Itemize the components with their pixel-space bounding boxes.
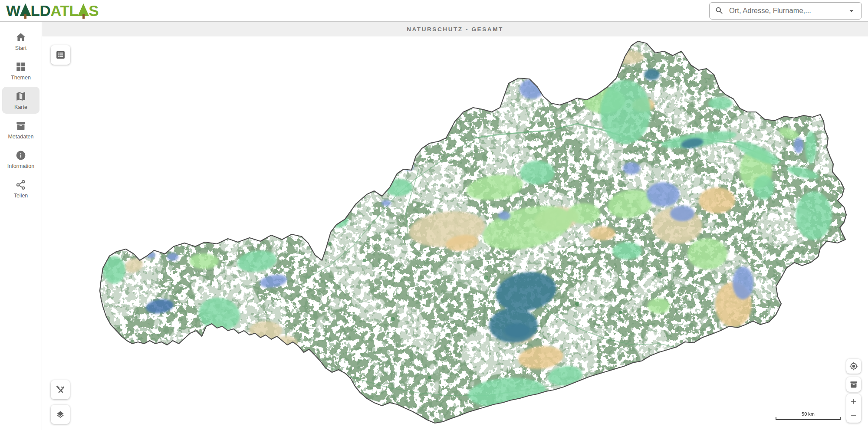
search-box[interactable] bbox=[709, 2, 862, 20]
logo-text-segment: S bbox=[89, 3, 99, 18]
dropdown-caret-icon[interactable] bbox=[847, 6, 856, 16]
map-title: NATURSCHUTZ - GESAMT bbox=[407, 26, 503, 33]
minus-icon bbox=[849, 411, 858, 420]
logo-text-segment: ATL bbox=[50, 3, 78, 18]
sidebar-item-themen[interactable]: Themen bbox=[2, 57, 39, 84]
sidebar-item-label: Metadaten bbox=[8, 134, 33, 140]
map-title-bar: NATURSCHUTZ - GESAMT bbox=[42, 22, 868, 36]
austria-map-graphic bbox=[42, 36, 868, 430]
logo-text-segment: W bbox=[6, 3, 20, 18]
sidebar-item-teilen[interactable]: Teilen bbox=[2, 175, 39, 202]
home-icon bbox=[15, 32, 26, 43]
tree-a-icon bbox=[78, 3, 89, 16]
sidebar-item-label: Start bbox=[15, 45, 26, 51]
scale-bar: 50 km bbox=[776, 412, 841, 420]
waldatlas-app: W LD ATL S Start bbox=[0, 0, 868, 430]
zoom-control bbox=[846, 394, 861, 423]
metadata-archive-icon bbox=[15, 120, 26, 131]
default-extent-button[interactable] bbox=[846, 377, 861, 392]
app-logo: W LD ATL S bbox=[6, 3, 99, 18]
info-icon bbox=[15, 150, 26, 161]
search-input[interactable] bbox=[728, 6, 842, 15]
themes-grid-icon bbox=[15, 61, 26, 72]
sidebar-item-label: Karte bbox=[14, 104, 27, 110]
tools-icon bbox=[55, 384, 66, 395]
locate-button[interactable] bbox=[846, 359, 861, 374]
search-icon bbox=[715, 6, 724, 15]
tools-button[interactable] bbox=[51, 380, 70, 399]
zoom-in-button[interactable] bbox=[846, 394, 861, 408]
zoom-out-button[interactable] bbox=[846, 408, 861, 423]
layers-button[interactable] bbox=[51, 405, 70, 424]
sidebar-item-label: Teilen bbox=[14, 193, 28, 199]
plus-icon bbox=[849, 397, 858, 406]
extent-box-icon bbox=[849, 380, 858, 389]
sidebar-item-karte[interactable]: Karte bbox=[2, 87, 39, 114]
sidebar: Start Themen Karte Metadaten bbox=[0, 22, 42, 430]
sidebar-item-label: Themen bbox=[11, 75, 31, 81]
scale-bar-label: 50 km bbox=[802, 412, 815, 417]
app-header: W LD ATL S bbox=[0, 0, 868, 22]
map-icon bbox=[15, 91, 26, 102]
tree-a-icon bbox=[20, 3, 31, 16]
logo-text-segment: LD bbox=[31, 3, 51, 18]
legend-button[interactable] bbox=[51, 45, 70, 65]
share-icon bbox=[15, 179, 26, 190]
map-canvas[interactable]: 50 km bbox=[42, 36, 868, 430]
legend-list-icon bbox=[55, 49, 66, 60]
layers-icon bbox=[55, 409, 66, 420]
scale-bar-line bbox=[776, 417, 841, 420]
map-region: NATURSCHUTZ - GESAMT bbox=[42, 22, 868, 430]
my-location-icon bbox=[849, 362, 858, 371]
sidebar-item-metadaten[interactable]: Metadaten bbox=[2, 116, 39, 143]
sidebar-item-start[interactable]: Start bbox=[2, 28, 39, 55]
sidebar-item-information[interactable]: Information bbox=[2, 146, 39, 173]
sidebar-item-label: Information bbox=[7, 163, 35, 169]
